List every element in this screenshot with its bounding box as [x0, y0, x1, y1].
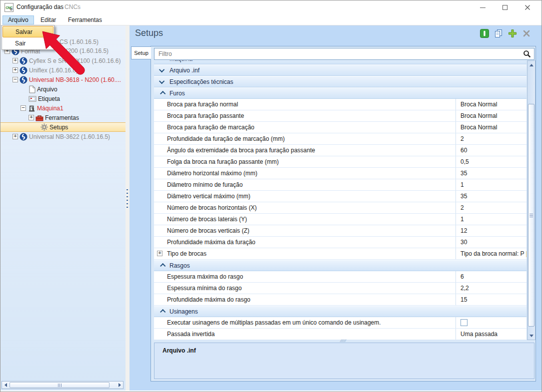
- property-row[interactable]: Número de brocas horizontais (X)2: [154, 202, 526, 214]
- collapse-chevron-icon[interactable]: [160, 309, 166, 315]
- menu-item-salvar[interactable]: Salvar: [2, 26, 54, 37]
- tree-item-cyflex-s-e-sr-cx100-1-60-16-6[interactable]: +Cyflex S e SR - CX100 (1.60.16.6): [0, 56, 126, 65]
- collapse-chevron-icon[interactable]: [160, 263, 166, 269]
- copy-icon: [494, 29, 503, 38]
- menu-item-editar[interactable]: Editar: [36, 15, 61, 24]
- tree-item-arquivo[interactable]: Arquivo: [0, 84, 126, 94]
- expand-toggle[interactable]: +: [28, 115, 34, 120]
- panel-splitter[interactable]: [126, 25, 130, 391]
- group-row[interactable]: Usinagens: [154, 306, 526, 317]
- multi-pass-checkbox[interactable]: [460, 319, 468, 326]
- property-value[interactable]: 2,2: [456, 283, 526, 294]
- menu-item-sair[interactable]: Sair: [2, 37, 54, 49]
- file-icon: [28, 85, 36, 93]
- tree-item-uniflex-1-60-16-0[interactable]: +Uniflex (1.60.16.0): [0, 65, 126, 75]
- expand-toggle[interactable]: +: [157, 251, 162, 256]
- tree-item-universal-nb-3618-n200-1-60[interactable]: −Universal NB-3618 - N200 (1.60....: [0, 75, 126, 84]
- filter-input[interactable]: [154, 50, 523, 57]
- close-button[interactable]: [520, 0, 535, 14]
- tree-item-universal-nb-3622-1-60-16-5[interactable]: +Universal NB-3622 (1.60.16.5): [0, 132, 126, 141]
- property-row[interactable]: Executar usinagens de múltiplas passadas…: [154, 317, 526, 329]
- property-value[interactable]: 35: [456, 168, 526, 179]
- property-value[interactable]: Broca Normal: [456, 110, 526, 121]
- property-row[interactable]: +Tipo de brocasTipo da broca normal: P |: [154, 248, 526, 260]
- property-value[interactable]: 1: [456, 179, 526, 190]
- scroll-up-button[interactable]: [528, 61, 535, 69]
- property-value[interactable]: Tipo da broca normal: P |: [456, 248, 526, 259]
- property-value[interactable]: 1: [456, 214, 526, 225]
- collapse-chevron-icon[interactable]: [159, 78, 164, 83]
- expand-toggle[interactable]: −: [12, 77, 18, 82]
- app-window: CNC⚙ Configuração dasCNCs Arquivo Editar…: [0, 0, 542, 392]
- group-row[interactable]: Furos: [154, 87, 526, 99]
- property-value[interactable]: 30: [456, 237, 526, 248]
- expand-toggle[interactable]: −: [20, 105, 26, 111]
- scroll-right-button[interactable]: [116, 382, 123, 389]
- tree-item-etiqueta[interactable]: Etiqueta: [0, 94, 126, 103]
- property-row[interactable]: Profundidade máxima da furação30: [154, 237, 526, 248]
- duplicate-button[interactable]: [494, 28, 504, 38]
- group-label: Especificações técnicas: [170, 78, 233, 85]
- property-row[interactable]: Broca para furação normalBroca Normal: [154, 99, 526, 110]
- property-row[interactable]: Broca para furação de marcaçãoBroca Norm…: [154, 122, 526, 133]
- property-row[interactable]: Número de brocas verticais (Z)12: [154, 225, 526, 237]
- delete-button[interactable]: [522, 28, 532, 38]
- filter-box: [154, 48, 534, 60]
- expand-toggle[interactable]: +: [12, 67, 18, 73]
- property-row[interactable]: Diâmetro vertical máximo (mm)35: [154, 191, 526, 202]
- property-value[interactable]: Uma passada: [456, 329, 526, 340]
- tree-item-m-quina1[interactable]: −Máquina1: [0, 103, 126, 113]
- group-row[interactable]: Arquivo .inf: [154, 64, 526, 76]
- property-value[interactable]: 60: [456, 145, 526, 156]
- tree-item-label: Uniflex (1.60.16.0): [29, 67, 78, 74]
- property-row[interactable]: Número de brocas laterais (Y)1: [154, 214, 526, 225]
- property-row[interactable]: Broca para furação passanteBroca Normal: [154, 110, 526, 122]
- expand-toggle[interactable]: +: [12, 58, 18, 63]
- expand-toggle[interactable]: +: [12, 134, 18, 139]
- menu-item-arquivo[interactable]: Arquivo: [2, 15, 34, 24]
- group-row[interactable]: Rasgos: [154, 260, 526, 271]
- collapse-chevron-icon[interactable]: [160, 91, 166, 96]
- menu-item-ferramentas[interactable]: Ferramentas: [63, 15, 107, 24]
- property-value[interactable]: 0,5: [456, 156, 526, 167]
- group-row[interactable]: Máquina: [154, 60, 526, 64]
- grid-vscroll-thumb[interactable]: [528, 104, 534, 327]
- tree-item-setups[interactable]: Setups: [0, 122, 126, 132]
- group-label: Rasgos: [170, 262, 190, 269]
- property-value[interactable]: 2: [456, 202, 526, 213]
- scroll-down-button[interactable]: [528, 332, 535, 340]
- group-row[interactable]: Especificações técnicas: [154, 76, 526, 87]
- property-row[interactable]: Diâmetro horizontal máximo (mm)35: [154, 168, 526, 179]
- maximize-button[interactable]: [498, 0, 512, 14]
- property-value[interactable]: 15: [456, 294, 526, 305]
- property-row[interactable]: Profundidade máxima do rasgo15: [154, 294, 526, 306]
- add-button[interactable]: [508, 28, 518, 38]
- property-value[interactable]: 6: [456, 271, 526, 282]
- property-row[interactable]: Ângulo da extremidade da broca para fura…: [154, 145, 526, 156]
- property-row[interactable]: Espessura mínima do rasgo2,2: [154, 283, 526, 294]
- tree-horizontal-scrollbar[interactable]: [2, 381, 124, 389]
- collapse-chevron-icon[interactable]: [159, 66, 164, 72]
- tree-item-label: Cyflex S e SR - CX100 (1.60.16.6): [29, 57, 120, 64]
- grid-vertical-scrollbar[interactable]: [527, 60, 536, 340]
- property-value[interactable]: Broca Normal: [456, 99, 526, 110]
- tree-hscroll-thumb[interactable]: [10, 382, 110, 388]
- description-splitter[interactable]: ∕∕∕∕∕: [336, 339, 351, 342]
- property-value[interactable]: 35: [456, 191, 526, 202]
- scroll-left-button[interactable]: [2, 382, 9, 389]
- delete-x-icon: [522, 29, 530, 37]
- minimize-button[interactable]: [475, 0, 490, 14]
- info-button[interactable]: [480, 28, 490, 38]
- tree-item-ferramentas[interactable]: +Ferramentas: [0, 113, 126, 122]
- property-row[interactable]: Espessura máxima do rasgo6: [154, 271, 526, 283]
- property-value[interactable]: Broca Normal: [456, 122, 526, 133]
- description-title: Arquivo .inf: [162, 347, 196, 354]
- info-icon: [480, 29, 489, 38]
- property-row[interactable]: Profundidade da furação de marcação (mm)…: [154, 133, 526, 145]
- property-row[interactable]: Folga da broca na furação passante (mm)0…: [154, 156, 526, 168]
- tab-setup[interactable]: Setup: [131, 46, 151, 59]
- property-value[interactable]: 12: [456, 225, 526, 236]
- property-row[interactable]: Diâmetro mínimo de furação1: [154, 179, 526, 191]
- collapse-chevron-icon[interactable]: [160, 60, 166, 62]
- property-value[interactable]: 2: [456, 133, 526, 144]
